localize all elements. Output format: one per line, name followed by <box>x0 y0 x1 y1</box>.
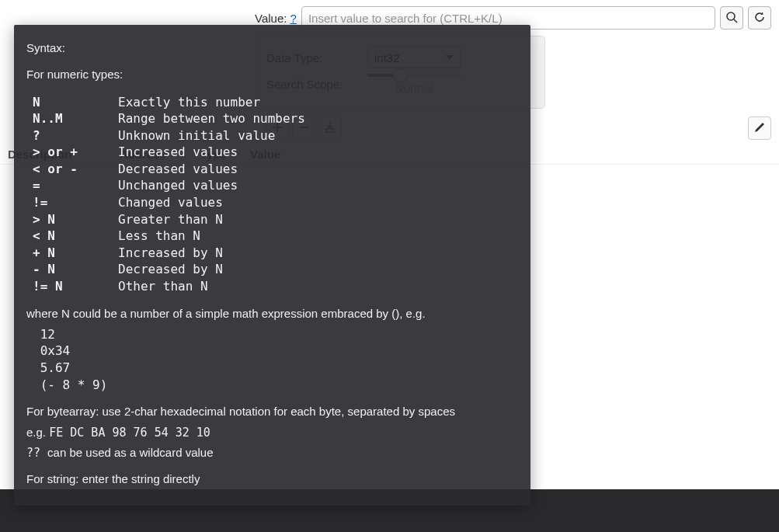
pencil-icon <box>754 122 765 135</box>
syntax-key: - N <box>33 261 118 278</box>
syntax-key: < N <box>33 228 118 245</box>
syntax-desc: Changed values <box>118 194 518 211</box>
svg-line-1 <box>734 19 737 23</box>
math-note: where N could be a number of a simple ma… <box>26 306 518 322</box>
syntax-row: N..MRange between two numbers <box>33 110 518 127</box>
syntax-desc: Increased values <box>118 144 518 161</box>
refresh-icon <box>753 11 766 26</box>
syntax-key: ? <box>33 127 118 144</box>
svg-point-0 <box>727 12 735 20</box>
syntax-key: N..M <box>33 110 118 127</box>
tooltip-numeric-heading: For numeric types: <box>26 67 518 82</box>
bytearray-wildcard-line: ?? can be used as a wildcard value <box>26 445 518 461</box>
bytearray-example: FE DC BA 98 76 54 32 10 <box>49 426 210 440</box>
search-icon <box>725 11 738 26</box>
syntax-desc: Unknown initial value <box>118 127 518 144</box>
syntax-row: + NIncreased by N <box>33 245 518 262</box>
syntax-key: != N <box>33 278 118 295</box>
syntax-row: NExactly this number <box>33 94 518 111</box>
syntax-row: < NLess than N <box>33 228 518 245</box>
math-examples: 12 0x34 5.67 (- 8 * 9) <box>33 326 518 393</box>
value-label-group: Value: ? <box>255 12 297 25</box>
syntax-row: > or +Increased values <box>33 144 518 161</box>
syntax-key: != <box>33 194 118 211</box>
syntax-desc: Range between two numbers <box>118 110 518 127</box>
search-button[interactable] <box>720 6 743 30</box>
wildcard-text: can be used as a wildcard value <box>47 446 213 459</box>
value-help-link[interactable]: ? <box>290 12 297 25</box>
edit-button[interactable] <box>748 116 771 140</box>
syntax-rows: NExactly this numberN..MRange between tw… <box>33 94 518 295</box>
refresh-button[interactable] <box>748 6 771 30</box>
syntax-desc: Other than N <box>118 278 518 295</box>
syntax-desc: Decreased values <box>118 161 518 178</box>
syntax-desc: Greater than N <box>118 211 518 228</box>
syntax-desc: Exactly this number <box>118 94 518 111</box>
string-line: For string: enter the string directly <box>26 471 518 487</box>
syntax-row: > NGreater than N <box>33 211 518 228</box>
bytearray-example-line: e.g. FE DC BA 98 76 54 32 10 <box>26 425 518 440</box>
syntax-desc: Decreased by N <box>118 261 518 278</box>
syntax-desc: Unchanged values <box>118 177 518 194</box>
syntax-key: = <box>33 177 118 194</box>
wildcard-token: ?? <box>26 446 47 460</box>
bytearray-prefix: e.g. <box>26 426 49 439</box>
syntax-key: N <box>33 94 118 111</box>
syntax-row: != NOther than N <box>33 278 518 295</box>
syntax-row: =Unchanged values <box>33 177 518 194</box>
syntax-key: > or + <box>33 144 118 161</box>
syntax-key: < or - <box>33 161 118 178</box>
syntax-desc: Less than N <box>118 228 518 245</box>
tooltip-title: Syntax: <box>26 40 518 56</box>
syntax-key: > N <box>33 211 118 228</box>
syntax-row: !=Changed values <box>33 194 518 211</box>
syntax-key: + N <box>33 245 118 262</box>
syntax-row: < or -Decreased values <box>33 161 518 178</box>
bytearray-line: For bytearray: use 2-char hexadecimal no… <box>26 404 518 419</box>
syntax-row: - NDecreased by N <box>33 261 518 278</box>
value-label: Value: <box>255 12 287 25</box>
syntax-tooltip: Syntax: For numeric types: NExactly this… <box>14 25 530 506</box>
syntax-desc: Increased by N <box>118 245 518 262</box>
syntax-row: ?Unknown initial value <box>33 127 518 144</box>
